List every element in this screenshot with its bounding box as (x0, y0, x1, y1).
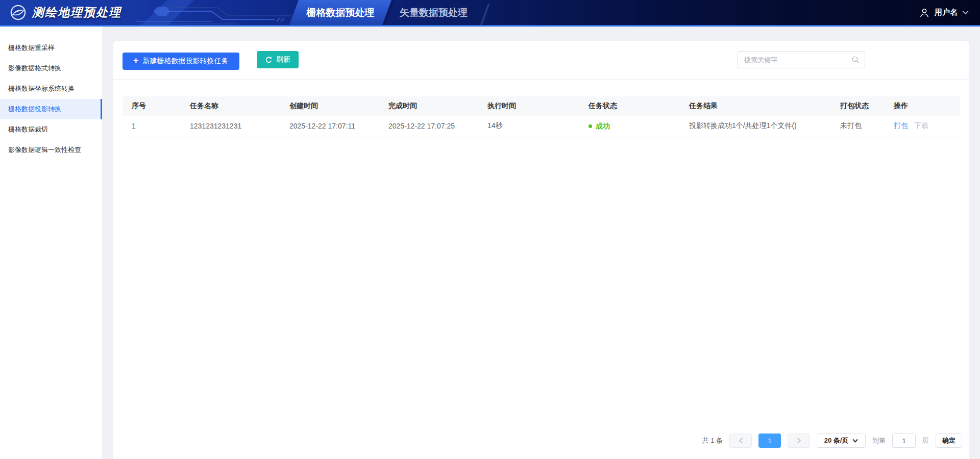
col-header-task-name: 任务名称 (181, 96, 280, 116)
app-root: 测绘地理预处理 栅格数据预处理 矢量数据预处理 用户名 栅格数据重采样 影像数据… (0, 0, 980, 459)
pagination-prev-button[interactable] (729, 434, 752, 448)
tasks-table-wrap: 序号 任务名称 创建时间 完成时间 执行时间 任务状态 任务结果 打包状态 操作 (113, 96, 969, 138)
chevron-down-icon (852, 439, 858, 443)
content-area: 栅格数据重采样 影像数据格式转换 栅格数据坐标系统转换 栅格数据投影转换 栅格数… (0, 27, 980, 459)
page-size-select[interactable]: 20 条/页 (817, 434, 866, 448)
plus-icon: + (133, 56, 139, 65)
pagination: 共 1 条 1 20 条/页 (702, 434, 962, 448)
sidebar-item-raster-resample[interactable]: 栅格数据重采样 (0, 38, 102, 58)
chevron-left-icon (739, 438, 743, 444)
app-title: 测绘地理预处理 (32, 5, 121, 20)
tab-raster-preprocessing[interactable]: 栅格数据预处理 (294, 0, 387, 25)
user-menu[interactable]: 用户名 (919, 0, 969, 25)
person-icon (919, 7, 930, 18)
sidebar-item-raster-clip[interactable]: 栅格数据裁切 (0, 119, 102, 140)
app-logo: 测绘地理预处理 (9, 4, 121, 21)
table-row: 1 1231231231231 2025-12-22 17:07:11 2025… (122, 116, 960, 137)
chevron-down-icon (962, 10, 969, 15)
cell-package-status: 未打包 (831, 116, 885, 137)
tab-divider-slash (480, 4, 490, 25)
col-header-created-time: 创建时间 (280, 96, 379, 116)
search-icon (851, 56, 860, 64)
goto-suffix-label: 页 (922, 436, 929, 445)
user-name: 用户名 (935, 8, 958, 17)
col-header-finished-time: 完成时间 (379, 96, 478, 116)
search-group (738, 51, 865, 68)
orbit-globe-logo-icon (9, 4, 27, 21)
sidebar-item-image-logic-check[interactable]: 影像数据逻辑一致性检查 (0, 140, 102, 160)
content-card: + 新建栅格数据投影转换任务 刷新 (113, 41, 969, 459)
col-header-task-status: 任务状态 (579, 96, 680, 116)
pagination-total: 共 1 条 (702, 436, 723, 445)
pagination-page-1[interactable]: 1 (758, 434, 781, 448)
col-header-exec-time: 执行时间 (478, 96, 579, 116)
table-header-row: 序号 任务名称 创建时间 完成时间 执行时间 任务状态 任务结果 打包状态 操作 (122, 96, 960, 116)
goto-prefix-label: 到第 (872, 436, 886, 445)
tab-vector-preprocessing[interactable]: 矢量数据预处理 (389, 0, 478, 25)
cell-actions: 打包下载 (885, 116, 960, 137)
status-text: 成功 (596, 122, 610, 131)
pagination-next-button[interactable] (788, 434, 810, 448)
cell-index: 1 (122, 116, 181, 137)
col-header-package-status: 打包状态 (831, 96, 885, 116)
cell-created-time: 2025-12-22 17:07:11 (280, 116, 379, 137)
refresh-icon (265, 56, 273, 64)
sidebar-item-image-format-convert[interactable]: 影像数据格式转换 (0, 58, 102, 79)
cell-task-name: 1231231231231 (181, 116, 280, 137)
sidebar: 栅格数据重采样 影像数据格式转换 栅格数据坐标系统转换 栅格数据投影转换 栅格数… (0, 27, 102, 459)
toolbar: + 新建栅格数据投影转换任务 刷新 (113, 41, 969, 80)
top-header: 测绘地理预处理 栅格数据预处理 矢量数据预处理 用户名 (0, 0, 980, 27)
col-header-actions: 操作 (885, 96, 960, 116)
download-link[interactable]: 下载 (914, 121, 928, 130)
search-button[interactable] (846, 51, 865, 68)
cell-task-result: 投影转换成功1个/共处理1个文件() (680, 116, 831, 137)
search-input[interactable] (738, 51, 846, 68)
chevron-right-icon (797, 438, 801, 444)
col-header-task-result: 任务结果 (680, 96, 831, 116)
col-header-index: 序号 (122, 96, 181, 116)
cell-exec-time: 14秒 (478, 116, 579, 137)
circuit-decoration (136, 0, 309, 25)
goto-confirm-button[interactable]: 确定 (936, 434, 962, 448)
new-task-button[interactable]: + 新建栅格数据投影转换任务 (122, 53, 239, 70)
cell-task-status: 成功 (579, 116, 680, 137)
sidebar-item-raster-projection-convert[interactable]: 栅格数据投影转换 (0, 99, 102, 119)
cell-finished-time: 2025-12-22 17:07:25 (379, 116, 478, 137)
tasks-table: 序号 任务名称 创建时间 完成时间 执行时间 任务状态 任务结果 打包状态 操作 (122, 96, 960, 138)
package-link[interactable]: 打包 (894, 121, 908, 130)
main-panel: + 新建栅格数据投影转换任务 刷新 (102, 27, 980, 459)
sidebar-item-raster-coordsys-convert[interactable]: 栅格数据坐标系统转换 (0, 79, 102, 99)
refresh-button[interactable]: 刷新 (257, 51, 299, 68)
status-dot-icon (589, 124, 592, 128)
goto-page-input[interactable] (892, 434, 916, 448)
